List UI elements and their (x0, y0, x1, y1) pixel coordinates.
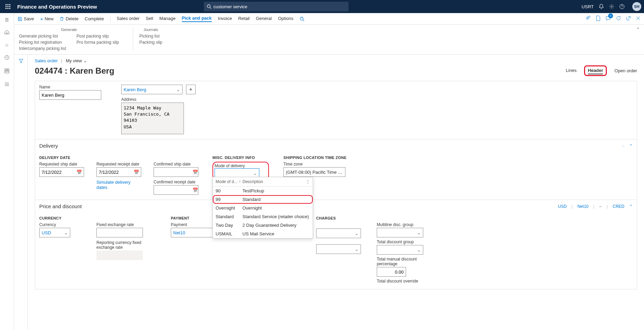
search-icon (207, 4, 211, 9)
timezone-select[interactable]: (GMT-08:00) Pacific Time (US & ... (283, 167, 345, 177)
currency-select[interactable]: USD⌄ (39, 228, 70, 237)
user-avatar[interactable]: SH (632, 2, 641, 11)
total-disc-select[interactable]: ⌄ (377, 245, 423, 255)
pro-forma-packing-slip[interactable]: Pro forma packing slip (76, 40, 119, 45)
sub-actions: Generate Generate picking list Picking l… (14, 25, 644, 55)
svg-rect-3 (6, 6, 7, 7)
user-label[interactable]: USRT (582, 4, 594, 9)
view-tab-header[interactable]: Header (588, 68, 603, 74)
close-icon[interactable] (636, 16, 641, 22)
dd-row[interactable]: Two Day2 Day Guaranteed Delivery (213, 221, 313, 230)
tab-invoice[interactable]: Invoice (218, 16, 232, 22)
picking-list-reg[interactable]: Picking list registration (19, 40, 66, 45)
view-tab-lines[interactable]: Lines (566, 68, 577, 74)
gen-picking-list[interactable]: Generate picking list (19, 34, 66, 39)
tag-net10: Net10 (578, 204, 589, 209)
chevron-down-icon: ⌄ (83, 58, 87, 63)
recent-icon[interactable] (4, 55, 10, 61)
customer-card: Name Karen Berg ⌄ + (35, 81, 637, 289)
address-label: Address (121, 97, 196, 102)
mode-of-delivery-select[interactable]: ⌄ (215, 168, 259, 178)
conf-ship-date[interactable] (154, 167, 198, 177)
calendar-icon[interactable]: 📅 (193, 188, 198, 193)
address-text[interactable] (121, 103, 184, 134)
section-more[interactable]: ·· (622, 143, 624, 148)
multiline-disc-select[interactable]: ⌄ (377, 228, 423, 237)
chevron-down-icon: ⌄ (176, 87, 180, 92)
collapse-delivery[interactable]: ⌃ (629, 143, 633, 148)
top-nav: Finance and Operations Preview USRT SH (0, 0, 644, 13)
calendar-icon[interactable]: 📅 (134, 170, 139, 175)
fx-rate-input[interactable] (96, 228, 143, 237)
calendar-icon[interactable]: 📅 (193, 170, 198, 175)
delete-button[interactable]: Delete (60, 16, 79, 21)
tab-general[interactable]: General (256, 16, 272, 22)
new-button[interactable]: +New (40, 16, 54, 22)
dd-row[interactable]: USMAILUS Mail Service (213, 230, 313, 238)
calendar-icon[interactable]: 📅 (76, 170, 82, 175)
conf-receipt-date[interactable] (154, 185, 198, 195)
total-manual-disc-input[interactable] (377, 267, 406, 277)
sub-head-generate: Generate (19, 28, 119, 32)
delivery-section-head[interactable]: Delivery ·· ⌃ (35, 139, 637, 152)
popout-icon[interactable] (626, 16, 631, 22)
favorites-icon[interactable]: ☆ (5, 43, 9, 48)
mode-dropdown-panel: Mode of d... ↑ Description ⋮ 90TestPicku… (212, 177, 313, 238)
action-bar: Save +New Delete Complete Sales order Se… (14, 13, 644, 25)
settings-icon[interactable] (609, 4, 614, 9)
post-packing-slip[interactable]: Post packing slip (76, 34, 119, 39)
tab-retail[interactable]: Retail (238, 16, 250, 22)
chevron-down-icon: ⌄ (64, 230, 68, 235)
sort-asc-icon[interactable]: ↑ (239, 179, 241, 184)
messages-icon[interactable]: 0 (605, 15, 611, 22)
add-address-button[interactable]: + (186, 85, 196, 94)
modules-icon[interactable] (4, 82, 10, 88)
refresh-icon[interactable] (616, 15, 621, 22)
tab-pick-and-pack[interactable]: Pick and pack (182, 15, 212, 22)
simulate-dates-link[interactable]: Simulate delivery dates (96, 180, 141, 190)
tab-sales-order[interactable]: Sales order (117, 16, 139, 22)
view-selector[interactable]: My view ⌄ (66, 58, 87, 63)
save-icon (18, 17, 22, 21)
dd-row[interactable]: 90TestPickup (213, 187, 313, 195)
app-launcher[interactable] (3, 4, 13, 9)
svg-rect-4 (8, 6, 9, 7)
breadcrumb-link[interactable]: Sales order (35, 58, 58, 63)
journal-packing-slip[interactable]: Packing slip (139, 40, 163, 45)
collapse-sub-actions[interactable]: ⌃ (636, 27, 640, 32)
home-icon[interactable] (4, 29, 10, 36)
help-icon[interactable] (619, 4, 625, 9)
svg-rect-14 (5, 69, 7, 71)
complete-button[interactable]: Complete (85, 16, 104, 21)
tab-manage[interactable]: Manage (159, 16, 176, 22)
hamburger-icon[interactable]: ☰ (5, 17, 9, 22)
intercompany-picking-list[interactable]: Intercompany picking list (19, 46, 66, 51)
svg-point-17 (300, 17, 303, 20)
doc-icon[interactable] (596, 15, 601, 22)
dropdown-more[interactable]: ⋮ (306, 179, 310, 184)
name-input[interactable] (39, 90, 101, 100)
action-search[interactable] (300, 17, 304, 21)
tab-sell[interactable]: Sell (146, 16, 153, 22)
workspaces-icon[interactable] (4, 68, 10, 75)
svg-point-9 (207, 5, 210, 8)
filter-icon[interactable] (18, 58, 24, 330)
dd-row-highlighted[interactable]: 99Standard (213, 195, 313, 204)
svg-rect-7 (8, 8, 9, 9)
charges-select-2[interactable]: ⌄ (316, 244, 361, 254)
delivery-address-select[interactable]: Karen Berg ⌄ (121, 85, 183, 94)
search-input[interactable] (214, 4, 346, 9)
attach-icon[interactable] (585, 15, 591, 22)
tab-options[interactable]: Options (278, 16, 293, 22)
svg-rect-2 (9, 4, 10, 5)
global-search[interactable] (204, 2, 349, 11)
search-icon (300, 17, 304, 21)
dd-row[interactable]: StandardStandard Service (retailer choic… (213, 212, 313, 221)
charges-select-1[interactable]: ⌄ (316, 228, 361, 238)
notifications-icon[interactable] (599, 4, 604, 9)
price-section-head[interactable]: Price and discount USD | Net10 | -- | CR… (35, 200, 637, 213)
save-button[interactable]: Save (18, 16, 34, 21)
collapse-price[interactable]: ⌃ (629, 204, 633, 209)
dd-row[interactable]: OvernightOvernight (213, 204, 313, 212)
journal-picking-list[interactable]: Picking list (139, 34, 163, 39)
